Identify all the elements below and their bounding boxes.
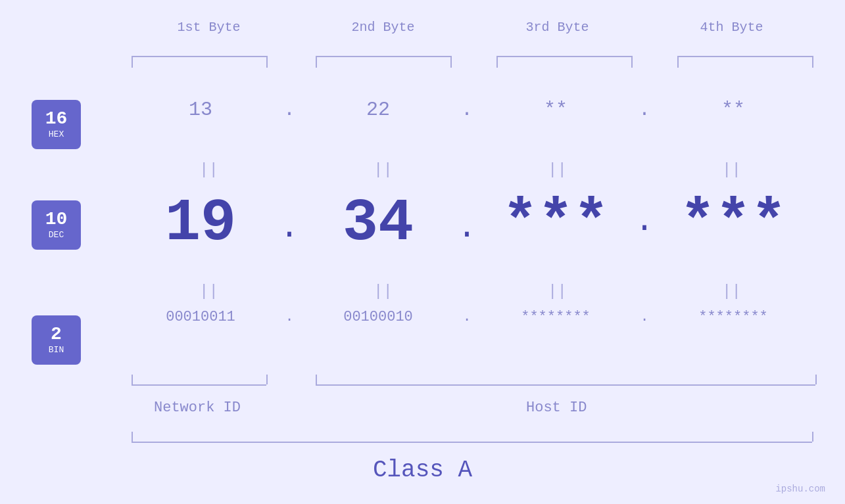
class-a-corner-l	[132, 432, 133, 442]
eq-1-b2: ||	[296, 161, 470, 179]
eq-1-b3: ||	[470, 161, 644, 179]
bracket-corner-3l	[496, 56, 498, 68]
bbc-2l-top	[316, 375, 317, 384]
hex-badge-num: 16	[45, 110, 68, 128]
class-a-bracket-line	[132, 442, 812, 443]
byte2-header: 2nd Byte	[304, 20, 462, 35]
hex-dot-2: .	[457, 99, 477, 121]
hex-badge-label: HEX	[49, 129, 64, 139]
eq-2-b3: ||	[470, 283, 644, 300]
bracket-corner-4l	[677, 56, 679, 68]
hex-val-b3: **	[477, 99, 635, 121]
bracket-corner-4r	[812, 56, 813, 68]
bin-badge-num: 2	[51, 325, 62, 344]
bracket-b3	[496, 56, 631, 57]
bin-row: 00010011 . 00100010 . ******** . *******…	[122, 309, 819, 325]
dec-val-b3: ***	[477, 194, 635, 253]
eq-2-b4: ||	[644, 283, 819, 300]
class-a-label: Class A	[0, 457, 845, 484]
bin-dot-2: .	[457, 309, 477, 325]
eq-row-2: || || || ||	[122, 283, 819, 300]
bbc-1l-top	[132, 375, 133, 384]
dec-val-b2: 34	[299, 194, 457, 253]
hex-row: 13 . 22 . ** . **	[122, 99, 819, 121]
bin-dot-3: .	[635, 309, 654, 325]
bracket-corner-2l	[316, 56, 317, 68]
eq-1-b4: ||	[644, 161, 819, 179]
bracket-corner-1l	[132, 56, 133, 68]
eq-2-b1: ||	[122, 283, 296, 300]
eq-2-b2: ||	[296, 283, 470, 300]
bracket-corner-1r	[266, 56, 268, 68]
bin-val-b1: 00010011	[122, 309, 279, 325]
bin-dot-1: .	[279, 309, 299, 325]
hex-val-b4: **	[654, 99, 812, 121]
bbl-1	[132, 384, 266, 386]
bin-val-b2: 00100010	[299, 309, 457, 325]
hex-dot-3: .	[635, 99, 654, 121]
main-container: 16 HEX 10 DEC 2 BIN 1st Byte 2nd Byte 3r…	[0, 0, 845, 504]
bracket-b2	[316, 56, 450, 57]
bin-badge: 2 BIN	[32, 315, 81, 365]
host-id-label: Host ID	[526, 400, 587, 416]
dec-val-b4: ***	[654, 194, 812, 253]
dec-dot-1: .	[279, 209, 299, 253]
bbc-1r-top	[266, 375, 268, 384]
dec-badge-num: 10	[45, 210, 68, 229]
hex-badge: 16 HEX	[32, 100, 81, 149]
byte3-header: 3rd Byte	[479, 20, 637, 35]
dec-dot-3: .	[635, 202, 654, 253]
byte4-header: 4th Byte	[653, 20, 811, 35]
bracket-b1	[132, 56, 266, 57]
bin-val-b3: ********	[477, 309, 635, 325]
hex-dot-1: .	[279, 99, 299, 121]
hex-val-b2: 22	[299, 99, 457, 121]
bin-val-b4: ********	[654, 309, 812, 325]
bracket-corner-3r	[631, 56, 633, 68]
dec-badge: 10 DEC	[32, 200, 81, 250]
dec-row: 19 . 34 . *** . ***	[122, 194, 819, 253]
bracket-b4	[677, 56, 812, 57]
dec-dot-2: .	[457, 209, 477, 253]
bin-badge-label: BIN	[49, 345, 64, 355]
bbl-2	[316, 384, 815, 386]
bracket-corner-2r	[450, 56, 452, 68]
class-a-corner-r	[812, 432, 813, 442]
byte-headers: 1st Byte 2nd Byte 3rd Byte 4th Byte	[122, 20, 819, 35]
dec-val-b1: 19	[122, 194, 279, 253]
byte1-header: 1st Byte	[130, 20, 288, 35]
eq-1-b1: ||	[122, 161, 296, 179]
hex-val-b1: 13	[122, 99, 279, 121]
dec-badge-label: DEC	[49, 230, 64, 240]
network-id-label: Network ID	[154, 400, 241, 416]
bbc-2r-top	[815, 375, 817, 384]
eq-row-1: || || || ||	[122, 161, 819, 179]
watermark: ipshu.com	[775, 484, 825, 494]
